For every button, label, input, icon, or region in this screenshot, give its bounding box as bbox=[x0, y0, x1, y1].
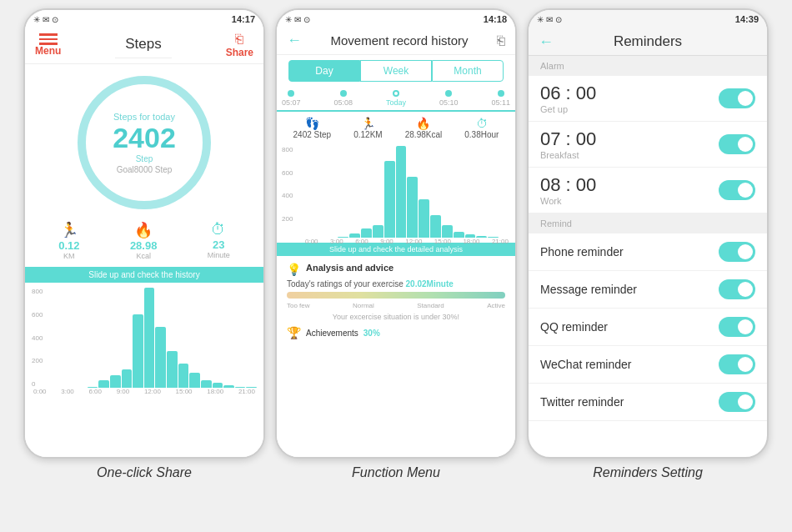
slide-bar-1[interactable]: Slide up and check the history bbox=[25, 267, 263, 283]
day-0511[interactable]: 05:11 bbox=[491, 90, 510, 107]
achievements-row: 🏆 Achievements 30% bbox=[287, 326, 505, 339]
reminders-title: Reminders bbox=[614, 33, 682, 50]
remind-twitter: Twitter reminder bbox=[529, 384, 767, 421]
status-icons-1: ✳ ✉ ⊙ bbox=[33, 15, 58, 24]
tab-month[interactable]: Month bbox=[432, 60, 504, 82]
share-icon: ⎗ bbox=[235, 32, 243, 47]
phone-steps-wrapper: ✳ ✉ ⊙ 14:17 Menu Steps ⎗ Share bbox=[23, 8, 265, 480]
m-km-val: 0.12KM bbox=[353, 130, 382, 139]
analysis-header: 💡 Analysis and advice bbox=[287, 263, 505, 276]
back-button-3[interactable]: ← bbox=[539, 33, 554, 51]
y-axis-2: 800600400200 bbox=[282, 146, 302, 238]
m-stat-hour: ⏱ 0.38Hour bbox=[464, 117, 499, 139]
menu-button[interactable]: Menu bbox=[35, 33, 61, 57]
fire-icon: 🔥 bbox=[134, 221, 153, 239]
period-tabs: Day Week Month bbox=[277, 55, 515, 87]
phone-label-2: Function Menu bbox=[352, 465, 440, 480]
alarm-item-2: 08 : 00 Work bbox=[529, 168, 767, 213]
chart-bar bbox=[454, 232, 464, 238]
chart-bars-1 bbox=[53, 288, 257, 388]
chart-bar bbox=[213, 383, 223, 388]
steps-goal: Goal8000 Step bbox=[117, 165, 173, 174]
status-bar-1: ✳ ✉ ⊙ 14:17 bbox=[25, 10, 263, 28]
chart-bar bbox=[419, 199, 429, 238]
minute-value: 23 bbox=[213, 238, 224, 251]
gradient-labels: Too few Normal Standard Active bbox=[287, 302, 505, 309]
m-hour-val: 0.38Hour bbox=[464, 130, 499, 139]
chart-bar bbox=[465, 234, 476, 238]
share-button[interactable]: ⎗ Share bbox=[226, 32, 253, 58]
day-0507[interactable]: 05:07 bbox=[282, 90, 301, 107]
alarm-2-time: 08 : 00 bbox=[540, 174, 596, 196]
timer-icon: ⏱ bbox=[211, 221, 226, 238]
hamburger-icon bbox=[39, 33, 58, 45]
phone-reminders: ✳ ✉ ⊙ 14:39 ← Reminders Alarm 06 : 00 Ge… bbox=[527, 8, 769, 459]
chart-bar bbox=[246, 387, 257, 388]
alarm-item-1: 07 : 00 Breakfast bbox=[529, 122, 767, 168]
remind-phone-toggle[interactable] bbox=[719, 242, 755, 262]
bar-chart-2: 800600400200 0:003:006:009:0012:0015:001… bbox=[277, 143, 515, 243]
chart-bar bbox=[361, 228, 372, 238]
analysis-title: Analysis and advice bbox=[306, 263, 393, 273]
m-run-icon: 🏃 bbox=[361, 117, 375, 130]
alarm-section-header: Alarm bbox=[529, 56, 767, 76]
remind-wechat-label: WeChat reminder bbox=[540, 358, 631, 371]
reminders-header: ← Reminders bbox=[529, 28, 767, 56]
chart-bar bbox=[178, 364, 189, 388]
remind-qq-toggle[interactable] bbox=[719, 317, 755, 337]
chart-wrapper-1: 8006004002000 bbox=[32, 288, 257, 388]
chart-bar bbox=[407, 177, 418, 238]
tab-day[interactable]: Day bbox=[288, 60, 360, 82]
chart-bar bbox=[430, 215, 441, 238]
alarm-2-left: 08 : 00 Work bbox=[540, 174, 596, 206]
status-icons-3: ✳ ✉ ⊙ bbox=[537, 15, 562, 24]
status-bar-3: ✳ ✉ ⊙ 14:39 bbox=[529, 10, 767, 28]
chart-bar bbox=[189, 373, 200, 388]
kcal-unit: Kcal bbox=[136, 252, 151, 260]
m-stat-step: 👣 2402 Step bbox=[293, 117, 332, 139]
chart-bar bbox=[122, 369, 133, 388]
km-unit: KM bbox=[63, 252, 75, 260]
alarm-2-toggle[interactable] bbox=[719, 180, 755, 200]
phone-steps: ✳ ✉ ⊙ 14:17 Menu Steps ⎗ Share bbox=[23, 8, 265, 459]
alarm-0-toggle[interactable] bbox=[719, 88, 755, 108]
status-time-1: 14:17 bbox=[232, 14, 255, 24]
chart-bar bbox=[396, 146, 407, 238]
bar-chart-1: 8006004002000 0:003:006:009:0012:0015:00… bbox=[25, 283, 263, 457]
alarm-0-name: Get up bbox=[540, 104, 596, 114]
phone-movement-wrapper: ✳ ✉ ⊙ 14:18 ← Movement record history ⎗ … bbox=[275, 8, 517, 480]
alarm-1-toggle[interactable] bbox=[719, 134, 755, 154]
remind-wechat: WeChat reminder bbox=[529, 346, 767, 384]
back-button-2[interactable]: ← bbox=[287, 32, 302, 49]
bulb-icon: 💡 bbox=[287, 263, 301, 276]
remind-qq: QQ reminder bbox=[529, 309, 767, 346]
chart-bar bbox=[338, 237, 348, 238]
remind-message-label: Message reminder bbox=[540, 283, 637, 296]
chart-bar bbox=[144, 288, 155, 388]
share-button-2[interactable]: ⎗ bbox=[497, 33, 505, 48]
stat-minute: ⏱ 23 Minute bbox=[208, 221, 230, 260]
alarm-2-name: Work bbox=[540, 196, 596, 206]
steps-title: Steps bbox=[115, 33, 171, 58]
phone-label-3: Reminders Setting bbox=[593, 465, 703, 480]
m-kcal-val: 28.98Kcal bbox=[405, 130, 442, 139]
day-0510[interactable]: 05:10 bbox=[439, 90, 459, 107]
footstep-icon: 👣 bbox=[305, 117, 319, 130]
chart-x-labels-2: 0:003:006:009:0012:0015:0018:0021:00 bbox=[282, 238, 510, 245]
chart-bar bbox=[349, 233, 360, 238]
remind-message-toggle[interactable] bbox=[719, 279, 755, 299]
menu-label: Menu bbox=[35, 45, 61, 57]
chart-x-labels-1: 0:003:006:009:0012:0015:0018:0021:00 bbox=[32, 388, 257, 395]
achievements-label: Achievements bbox=[306, 329, 358, 338]
remind-section-header: Remind bbox=[529, 213, 767, 233]
chart-bar bbox=[373, 225, 383, 238]
minute-unit: Minute bbox=[208, 251, 230, 259]
remind-wechat-toggle[interactable] bbox=[719, 354, 755, 374]
remind-message: Message reminder bbox=[529, 271, 767, 309]
remind-twitter-toggle[interactable] bbox=[719, 392, 755, 412]
steps-circle-area: Steps for today 2402 Step Goal8000 Step bbox=[25, 64, 263, 216]
day-today[interactable]: Today bbox=[386, 90, 406, 107]
alarm-0-time: 06 : 00 bbox=[540, 83, 596, 104]
tab-week[interactable]: Week bbox=[360, 60, 432, 82]
day-0508[interactable]: 05:08 bbox=[333, 90, 353, 107]
